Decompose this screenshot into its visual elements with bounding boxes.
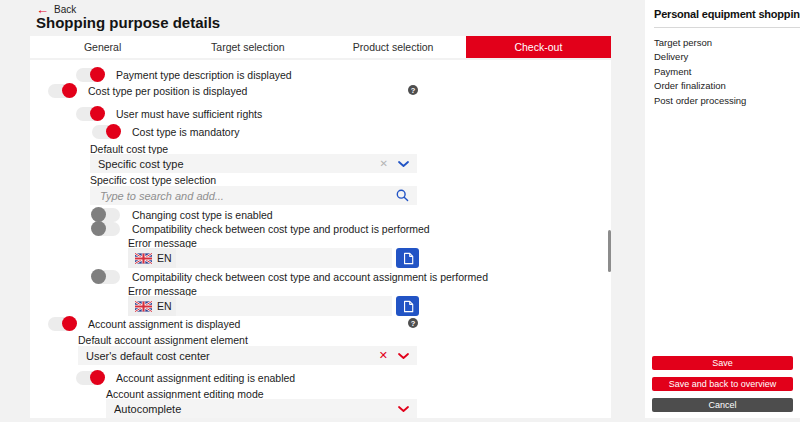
select-value: User's default cost center — [86, 350, 379, 362]
sidebar-item-payment[interactable]: Payment — [654, 64, 800, 79]
toggle-label: Cost type is mandatory — [132, 126, 239, 138]
account-editing-toggle[interactable] — [76, 371, 104, 385]
language-code: EN — [157, 300, 172, 312]
search-icon[interactable] — [396, 189, 409, 202]
tabbar: General Target selection Product selecti… — [30, 36, 611, 58]
toggle-label: Account assignment is displayed — [88, 318, 240, 330]
specific-cost-type-label: Specific cost type selection — [90, 174, 216, 186]
page-title: Shopping purpose details — [36, 14, 220, 31]
toggle-knob — [62, 83, 77, 98]
select-value: Specific cost type — [98, 158, 380, 170]
sidebar-item-order-finalization[interactable]: Order finalization — [654, 79, 800, 94]
toggle-knob — [91, 269, 106, 284]
translations-button[interactable] — [396, 296, 419, 316]
help-icon[interactable]: ? — [408, 85, 418, 95]
chevron-down-icon[interactable] — [398, 161, 409, 167]
error-message-input[interactable] — [176, 296, 392, 316]
chevron-down-icon[interactable] — [398, 353, 409, 359]
error-message-input[interactable] — [176, 248, 392, 268]
toggle-label: Compitability check between cost type an… — [132, 271, 488, 283]
translations-icon — [402, 252, 414, 265]
default-account-element-select[interactable]: User's default cost center ✕ — [78, 346, 417, 365]
translations-button[interactable] — [396, 248, 419, 268]
tab-product-selection[interactable]: Product selection — [321, 36, 466, 58]
toggle-label: User must have sufficient rights — [116, 108, 262, 120]
checkout-settings-panel: Payment type description is displayed Co… — [30, 60, 611, 418]
tab-target-selection[interactable]: Target selection — [175, 36, 320, 58]
sidebar: Personal equipment shopping Target perso… — [645, 0, 800, 418]
toggle-row-compat-product: Compatibility check between cost type an… — [92, 221, 430, 236]
toggle-label: Changing cost type is enabled — [132, 209, 273, 221]
clear-icon[interactable]: ✕ — [380, 159, 388, 169]
default-account-element-label: Default account assignment element — [78, 334, 248, 346]
toggle-row-account-assignment: Account assignment is displayed — [48, 316, 240, 331]
language-chip[interactable]: EN — [128, 296, 179, 316]
save-button[interactable]: Save — [652, 356, 793, 370]
uk-flag-icon — [135, 301, 152, 312]
toggle-row-sufficient-rights: User must have sufficient rights — [76, 106, 262, 121]
content-scrollbar[interactable] — [608, 230, 611, 272]
default-cost-type-select[interactable]: Specific cost type ✕ — [90, 154, 417, 173]
toggle-label: Payment type description is displayed — [116, 69, 292, 81]
uk-flag-icon — [135, 253, 152, 264]
select-value: Autocomplete — [114, 403, 398, 415]
language-chip[interactable]: EN — [128, 248, 179, 268]
toggle-row-compat-account: Compitability check between cost type an… — [92, 269, 488, 284]
sidebar-item-target-person[interactable]: Target person — [654, 35, 800, 50]
save-and-back-button[interactable]: Save and back to overview — [652, 377, 793, 391]
clear-icon[interactable]: ✕ — [379, 350, 388, 361]
toggle-knob — [62, 316, 77, 331]
changing-cost-type-toggle[interactable] — [92, 208, 120, 222]
compat-account-toggle[interactable] — [92, 270, 120, 284]
translations-icon — [402, 300, 414, 313]
back-arrow-icon: ← — [36, 5, 49, 15]
chevron-down-icon[interactable] — [398, 406, 409, 412]
shopping-purpose-details-page: ← Back Shopping purpose details General … — [0, 0, 800, 422]
toggle-label: Cost type per position is displayed — [88, 85, 247, 97]
help-icon[interactable]: ? — [408, 318, 418, 328]
toggle-row-cost-type-mandatory: Cost type is mandatory — [92, 124, 239, 139]
compat-product-toggle[interactable] — [92, 222, 120, 236]
toggle-row-cost-type-position: Cost type per position is displayed — [48, 83, 247, 98]
sufficient-rights-toggle[interactable] — [76, 107, 104, 121]
tab-general[interactable]: General — [30, 36, 175, 58]
cost-type-position-toggle[interactable] — [48, 84, 76, 98]
toggle-knob — [91, 221, 106, 236]
toggle-knob — [90, 67, 105, 82]
search-input[interactable] — [98, 189, 396, 203]
sidebar-nav: Target person Delivery Payment Order fin… — [654, 35, 800, 108]
toggle-knob — [90, 106, 105, 121]
sidebar-title: Personal equipment shopping — [654, 0, 800, 28]
account-editing-mode-select[interactable]: Autocomplete — [106, 399, 417, 418]
cost-type-mandatory-toggle[interactable] — [92, 125, 120, 139]
toggle-row-account-editing: Account assignment editing is enabled — [76, 370, 295, 385]
toggle-label: Account assignment editing is enabled — [116, 372, 295, 384]
cancel-button[interactable]: Cancel — [652, 398, 793, 412]
toggle-label: Compatibility check between cost type an… — [132, 223, 430, 235]
account-assignment-toggle[interactable] — [48, 317, 76, 331]
language-code: EN — [157, 252, 172, 264]
toggle-row-payment-desc: Payment type description is displayed — [76, 67, 292, 82]
toggle-knob — [91, 207, 106, 222]
toggle-knob — [90, 370, 105, 385]
tab-check-out[interactable]: Check-out — [466, 36, 611, 58]
sidebar-item-post-order-processing[interactable]: Post order processing — [654, 93, 800, 108]
payment-desc-toggle[interactable] — [76, 68, 104, 82]
cost-type-search-field — [90, 186, 417, 205]
sidebar-item-delivery[interactable]: Delivery — [654, 50, 800, 65]
toggle-knob — [106, 124, 121, 139]
toggle-row-changing-cost-type: Changing cost type is enabled — [92, 207, 273, 222]
